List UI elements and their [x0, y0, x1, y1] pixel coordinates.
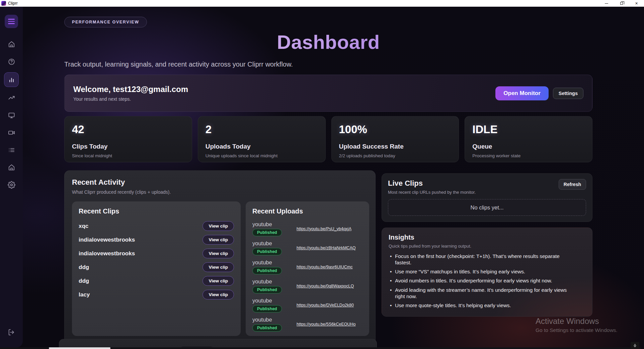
recent-activity-subtitle: What Cliprr produced recently (clips + u…: [72, 189, 369, 195]
view-clip-button[interactable]: View clip: [203, 249, 234, 258]
stat-value: 100%: [339, 123, 452, 136]
stat-sub-label: Since local midnight: [72, 153, 184, 158]
sidebar-item-monitor[interactable]: [7, 111, 15, 119]
published-badge: Published: [252, 324, 282, 332]
upload-platform: youtube: [252, 221, 297, 228]
stat-card: 2 Uploads Today Unique uploads since loc…: [198, 116, 326, 162]
recent-uploads-panel: Recent Uploads youtube Published https:/…: [246, 201, 369, 336]
horizontal-scrollbar-thumb[interactable]: [49, 347, 110, 349]
upload-url-link[interactable]: https://youtu.be/9asr6UIUCmc: [297, 265, 352, 269]
sidebar-item-home[interactable]: [7, 40, 15, 48]
insight-tip: Use more “VS” matchups in titles. It’s h…: [389, 269, 576, 275]
published-badge: Published: [252, 267, 282, 274]
menu-icon: [8, 19, 15, 20]
insight-tip: Avoid leading with the streamer’s name. …: [389, 287, 576, 300]
insights-subtitle: Quick tips pulled from your learning out…: [389, 244, 585, 249]
sidebar-item-stats[interactable]: [4, 72, 19, 87]
published-badge: Published: [252, 248, 282, 255]
stat-label: Clips Today: [72, 143, 184, 150]
sidebar-item-video[interactable]: [7, 128, 15, 137]
upload-url-link[interactable]: https://youtu.be/PsU_vb4qxjA: [297, 227, 351, 231]
clip-name: lacy: [79, 291, 90, 298]
settings-button[interactable]: Settings: [553, 88, 583, 99]
upload-url-link[interactable]: https://youtu.be/zBHaNrkMCAQ: [297, 246, 355, 250]
clip-name: indialovewestbrooks: [79, 250, 135, 257]
stat-sub-label: 2/2 uploads published today: [339, 153, 452, 158]
help-icon: [8, 58, 15, 66]
sidebar-item-home-2[interactable]: [7, 163, 15, 171]
open-monitor-button[interactable]: Open Monitor: [495, 86, 548, 100]
video-camera-icon: [8, 129, 15, 137]
window-title: Cliprr: [8, 1, 18, 6]
stat-card: 100% Upload Success Rate 2/2 uploads pub…: [331, 116, 459, 162]
sidebar-item-list[interactable]: [7, 146, 15, 154]
sidebar-item-trending[interactable]: [7, 94, 15, 102]
main-content: PERFORMANCE OVERVIEW Dashboard Track out…: [23, 7, 641, 349]
published-badge: Published: [252, 305, 282, 313]
upload-row: youtube Published https://youtu.be/PsU_v…: [252, 219, 363, 238]
sidebar-item-help[interactable]: [7, 58, 15, 66]
stat-sub-label: Unique uploads since local midnight: [206, 153, 318, 158]
minimize-icon: [605, 3, 608, 4]
stat-card: IDLE Queue Processing worker state: [465, 116, 592, 162]
live-clips-card: Live Clips Most recent clip URLs pushed …: [382, 173, 592, 222]
sidebar-item-settings[interactable]: [7, 181, 15, 189]
refresh-button[interactable]: Refresh: [559, 179, 586, 190]
page-title: Dashboard: [64, 31, 592, 53]
page-subtitle: Track output, learning signals, and rece…: [64, 61, 592, 68]
upload-row: youtube Published https://youtu.be/9asr6…: [252, 257, 363, 276]
upload-platform: youtube: [252, 240, 297, 247]
bar-chart-icon: [8, 76, 15, 84]
microphone-icon: [633, 344, 637, 348]
restore-button[interactable]: [614, 0, 629, 7]
stat-value: 42: [72, 123, 184, 136]
sidebar: [0, 7, 23, 347]
clip-name: indialovewestbrooks: [79, 237, 135, 243]
upload-url-link[interactable]: https://youtu.be/5S6kCeEOUHo: [297, 322, 355, 327]
clip-row: lacy View clip: [79, 288, 234, 301]
microphone-overlay: [631, 342, 639, 349]
insight-tip: Use more quote-style titles. It’s helpin…: [389, 302, 576, 309]
clip-row: ddg View clip: [79, 274, 234, 288]
welcome-subtitle: Your results and next steps.: [73, 96, 188, 102]
stats-row: 42 Clips Today Since local midnight 2 Up…: [64, 116, 592, 162]
view-clip-button[interactable]: View clip: [203, 235, 234, 245]
view-clip-button[interactable]: View clip: [203, 290, 234, 299]
stat-card: 42 Clips Today Since local midnight: [64, 116, 192, 162]
home-icon: [8, 40, 15, 48]
menu-button[interactable]: [5, 15, 18, 28]
upload-platform: youtube: [252, 297, 297, 304]
home-icon: [8, 164, 15, 171]
published-badge: Published: [252, 229, 282, 236]
settings-gear-icon: [8, 181, 15, 189]
stat-label: Queue: [472, 143, 585, 150]
recent-activity-title: Recent Activity: [72, 178, 369, 187]
window-titlebar: Cliprr ×: [0, 0, 644, 7]
upload-platform: youtube: [252, 259, 297, 266]
insights-title: Insights: [389, 234, 585, 241]
upload-row: youtube Published https://youtu.be/zBHaN…: [252, 238, 363, 257]
minimize-button[interactable]: [599, 0, 614, 7]
view-clip-button[interactable]: View clip: [203, 276, 234, 286]
logout-icon: [8, 329, 15, 336]
view-clip-button[interactable]: View clip: [203, 262, 234, 272]
upload-platform: youtube: [252, 317, 297, 323]
close-button[interactable]: ×: [629, 0, 644, 7]
app-background: PERFORMANCE OVERVIEW Dashboard Track out…: [0, 7, 644, 349]
view-clip-button[interactable]: View clip: [203, 221, 234, 231]
recent-clips-title: Recent Clips: [79, 207, 234, 215]
app-icon: [1, 1, 6, 6]
stat-sub-label: Processing worker state: [472, 153, 585, 158]
welcome-card: Welcome, test123@gmail.com Your results …: [64, 75, 592, 112]
clip-row: xqc View clip: [79, 219, 234, 233]
activate-windows-watermark: Activate Windows Go to Settings to activ…: [536, 317, 618, 333]
upload-url-link[interactable]: https://youtu.be/0q8WaxpocLQ: [297, 284, 354, 288]
close-icon: ×: [635, 1, 638, 6]
recent-uploads-title: Recent Uploads: [252, 207, 363, 215]
list-icon: [8, 146, 15, 154]
upload-url-link[interactable]: https://youtu.be/DVeELDo2k80: [297, 303, 354, 308]
logout-button[interactable]: [8, 329, 15, 337]
monitor-icon: [8, 111, 15, 119]
clip-row: indialovewestbrooks View clip: [79, 233, 234, 247]
horizontal-scrollbar[interactable]: [0, 347, 641, 349]
